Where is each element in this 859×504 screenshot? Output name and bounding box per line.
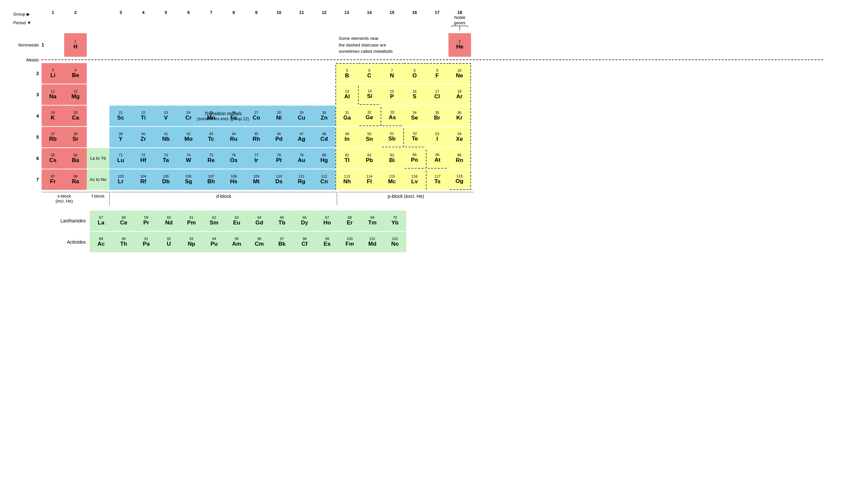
element-Ti[interactable]: 22 Ti (132, 106, 154, 126)
element-Tb[interactable]: 65 Tb (271, 210, 293, 231)
element-Yb[interactable]: 70 Yb (383, 210, 406, 231)
f-block-lanthanides[interactable]: La to Yb (87, 148, 109, 169)
element-Tc[interactable]: 43 Tc (200, 127, 222, 147)
element-Th[interactable]: 90 Th (112, 232, 135, 252)
element-Kr[interactable]: 36 Kr (449, 106, 471, 126)
element-Ag[interactable]: 47 Ag (290, 127, 313, 147)
element-Pu[interactable]: 94 Pu (203, 232, 225, 252)
element-Te[interactable]: 52 Te (403, 127, 426, 147)
element-Lr[interactable]: 103 Lr (109, 169, 132, 190)
element-Ho[interactable]: 67 Ho (316, 210, 338, 231)
element-Db[interactable]: 105 Db (154, 169, 177, 190)
element-Si[interactable]: 14 Si (358, 84, 381, 105)
element-Cn[interactable]: 112 Cn (313, 169, 335, 190)
element-Hg[interactable]: 80 Hg (313, 148, 335, 169)
element-Rh[interactable]: 45 Rh (245, 127, 268, 147)
element-He[interactable]: 2 He (449, 33, 471, 57)
element-Al[interactable]: 13 Al (335, 84, 358, 105)
element-Pm[interactable]: 61 Pm (180, 210, 203, 231)
element-Cd[interactable]: 48 Cd (313, 127, 335, 147)
element-V[interactable]: 23 V (154, 106, 177, 126)
element-Ru[interactable]: 44 Ru (222, 127, 245, 147)
element-At[interactable]: 85 At (426, 148, 449, 169)
element-Fl[interactable]: 114 Fl (358, 169, 381, 190)
element-Sc[interactable]: 21 Sc (109, 106, 132, 126)
element-Po[interactable]: 84 Po (403, 148, 426, 169)
element-Er[interactable]: 68 Er (338, 210, 361, 231)
element-Lu[interactable]: 71 Lu (109, 148, 132, 169)
element-Se[interactable]: 34 Se (403, 106, 426, 126)
element-La[interactable]: 57 La (90, 210, 112, 231)
element-Nh[interactable]: 113 Nh (335, 169, 358, 190)
element-U[interactable]: 92 U (157, 232, 180, 252)
element-W[interactable]: 74 W (177, 148, 200, 169)
element-Sb[interactable]: 51 Sb (381, 127, 403, 147)
element-Sn[interactable]: 50 Sn (358, 127, 381, 147)
element-F[interactable]: 9 F (426, 63, 449, 84)
element-Rf[interactable]: 104 Rf (132, 169, 154, 190)
element-Am[interactable]: 95 Am (225, 232, 248, 252)
element-Fm[interactable]: 100 Fm (338, 232, 361, 252)
element-Cs[interactable]: 55 Cs (42, 148, 64, 169)
element-Co[interactable]: 27 Co (245, 106, 268, 126)
element-S[interactable]: 16 S (403, 84, 426, 105)
element-Ts[interactable]: 117 Ts (426, 169, 449, 190)
element-Tm[interactable]: 69 Tm (361, 210, 383, 231)
element-O[interactable]: 8 O (403, 63, 426, 84)
element-Be[interactable]: 4 Be (64, 63, 87, 84)
element-I[interactable]: 53 I (426, 127, 449, 147)
element-Ce[interactable]: 58 Ce (112, 210, 135, 231)
element-Pb[interactable]: 82 Pb (358, 148, 381, 169)
element-Na[interactable]: 11 Na (42, 84, 64, 105)
element-N[interactable]: 7 N (381, 63, 403, 84)
element-Og[interactable]: 118 Og (449, 169, 471, 190)
element-Pr[interactable]: 59 Pr (135, 210, 157, 231)
element-K[interactable]: 19 K (42, 106, 64, 126)
element-Au[interactable]: 79 Au (290, 148, 313, 169)
f-block-actinides[interactable]: Ac to No (87, 169, 109, 190)
element-Ca[interactable]: 20 Ca (64, 106, 87, 126)
element-Nd[interactable]: 60 Nd (157, 210, 180, 231)
element-Xe[interactable]: 54 Xe (449, 127, 471, 147)
element-Mo[interactable]: 42 Mo (177, 127, 200, 147)
element-Ds[interactable]: 110 Ds (268, 169, 290, 190)
element-In[interactable]: 49 In (335, 127, 358, 147)
element-Rb[interactable]: 37 Rb (42, 127, 64, 147)
element-Ba[interactable]: 56 Ba (64, 148, 87, 169)
element-Ar[interactable]: 18 Ar (449, 84, 471, 105)
element-Fe[interactable]: 26 Fe (222, 106, 245, 126)
element-Rg[interactable]: 111 Rg (290, 169, 313, 190)
element-Zr[interactable]: 40 Zr (132, 127, 154, 147)
element-Y[interactable]: 39 Y (109, 127, 132, 147)
element-As[interactable]: 33 As (381, 106, 403, 126)
element-Cr[interactable]: 24 Cr (177, 106, 200, 126)
element-Eu[interactable]: 63 Eu (225, 210, 248, 231)
element-Md[interactable]: 101 Md (361, 232, 383, 252)
element-Br[interactable]: 35 Br (426, 106, 449, 126)
element-Ir[interactable]: 77 Ir (245, 148, 268, 169)
element-Pd[interactable]: 46 Pd (268, 127, 290, 147)
element-Ne[interactable]: 10 Ne (449, 63, 471, 84)
element-Ga[interactable]: 31 Ga (335, 106, 358, 126)
element-Ni[interactable]: 28 Ni (268, 106, 290, 126)
element-Cl[interactable]: 17 Cl (426, 84, 449, 105)
element-Rn[interactable]: 86 Rn (449, 148, 471, 169)
element-Nb[interactable]: 41 Nb (154, 127, 177, 147)
element-No[interactable]: 102 No (383, 232, 406, 252)
element-Re[interactable]: 75 Re (200, 148, 222, 169)
element-H[interactable]: 1 H (64, 33, 87, 57)
element-Bk[interactable]: 97 Bk (271, 232, 293, 252)
element-P[interactable]: 15 P (381, 84, 403, 105)
element-B[interactable]: 5 B (335, 63, 358, 84)
element-Os[interactable]: 76 Os (222, 148, 245, 169)
element-Gd[interactable]: 64 Gd (248, 210, 271, 231)
element-Ta[interactable]: 73 Ta (154, 148, 177, 169)
element-Pt[interactable]: 78 Pt (268, 148, 290, 169)
element-C[interactable]: 6 C (358, 63, 381, 84)
element-Es[interactable]: 99 Es (316, 232, 338, 252)
element-Cm[interactable]: 96 Cm (248, 232, 271, 252)
element-Bh[interactable]: 107 Bh (200, 169, 222, 190)
element-Mt[interactable]: 109 Mt (245, 169, 268, 190)
element-Bi[interactable]: 83 Bi (381, 148, 403, 169)
element-Dy[interactable]: 66 Dy (293, 210, 316, 231)
